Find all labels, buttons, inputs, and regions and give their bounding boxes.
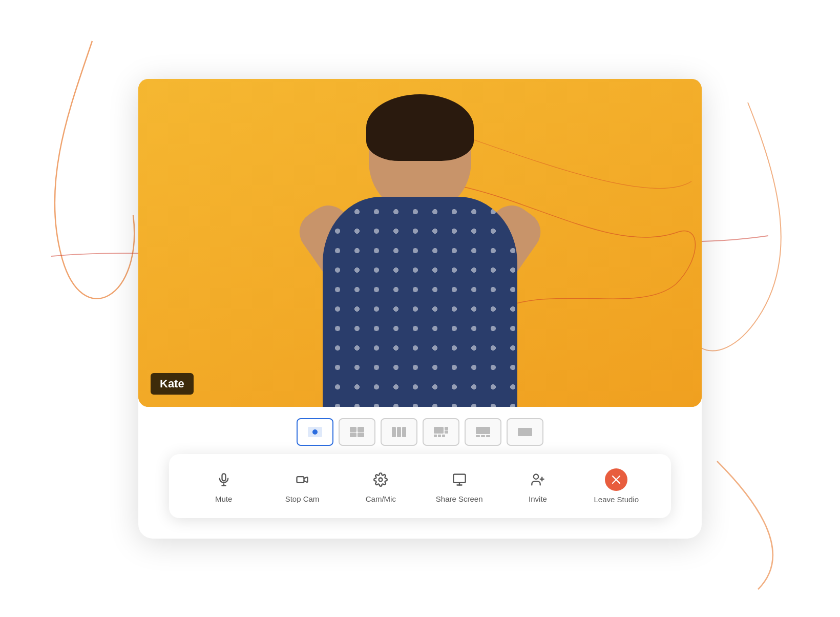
leave-studio-label: Leave Studio — [594, 495, 639, 504]
cam-mic-button[interactable]: Cam/Mic — [342, 465, 420, 507]
svg-rect-6 — [392, 427, 396, 437]
svg-rect-9 — [434, 427, 444, 434]
toolbar: Mute Stop Cam Cam/Mic — [169, 454, 671, 518]
settings-icon — [373, 472, 388, 487]
svg-rect-17 — [481, 435, 485, 437]
svg-rect-10 — [445, 427, 448, 430]
invite-label: Invite — [529, 495, 547, 503]
person-figure — [271, 99, 569, 407]
invite-button[interactable]: Invite — [498, 465, 577, 507]
hair — [366, 94, 474, 161]
stop-cam-label: Stop Cam — [285, 495, 320, 503]
video-background — [138, 79, 702, 407]
stop-cam-icon-wrap — [291, 469, 313, 490]
svg-rect-11 — [445, 430, 448, 434]
svg-rect-14 — [442, 435, 445, 437]
svg-point-1 — [312, 429, 318, 435]
svg-rect-2 — [350, 427, 356, 432]
video-card: Kate — [138, 79, 702, 539]
leave-studio-button[interactable]: Leave Studio — [577, 464, 656, 508]
layout-grid4-button[interactable] — [423, 418, 459, 446]
cam-mic-icon-wrap — [370, 469, 391, 490]
svg-rect-3 — [358, 427, 364, 432]
svg-rect-23 — [297, 477, 304, 483]
invite-icon-wrap — [527, 469, 549, 490]
layout-minimal-button[interactable] — [507, 418, 543, 446]
svg-rect-19 — [518, 428, 532, 436]
svg-rect-20 — [222, 474, 225, 481]
close-icon — [609, 472, 623, 487]
monitor-icon — [452, 472, 467, 487]
layout-grid2-button[interactable] — [339, 418, 375, 446]
svg-point-24 — [379, 478, 383, 481]
svg-rect-7 — [397, 427, 401, 437]
share-screen-icon-wrap — [449, 469, 470, 490]
layout-grid3-button[interactable] — [381, 418, 417, 446]
mic-icon — [217, 472, 231, 487]
camera-icon — [295, 472, 309, 487]
svg-rect-12 — [434, 435, 437, 437]
participant-name-badge: Kate — [151, 373, 194, 395]
share-screen-button[interactable]: Share Screen — [420, 465, 498, 507]
stop-cam-button[interactable]: Stop Cam — [263, 465, 341, 507]
svg-rect-5 — [358, 433, 364, 437]
layout-single-button[interactable] — [297, 418, 333, 446]
svg-rect-18 — [486, 435, 490, 437]
mute-button[interactable]: Mute — [184, 465, 263, 507]
svg-rect-13 — [438, 435, 441, 437]
svg-rect-16 — [476, 435, 480, 437]
svg-point-28 — [534, 474, 538, 479]
layout-strip-button[interactable] — [465, 418, 501, 446]
svg-rect-4 — [350, 433, 356, 437]
leave-studio-icon-wrap — [605, 468, 627, 491]
share-screen-label: Share Screen — [436, 495, 483, 503]
cam-mic-label: Cam/Mic — [366, 495, 396, 503]
add-person-icon — [531, 472, 545, 487]
svg-rect-15 — [476, 427, 490, 434]
video-feed: Kate — [138, 79, 702, 407]
body — [323, 197, 517, 407]
layout-selector — [138, 407, 702, 454]
svg-rect-8 — [402, 427, 406, 437]
mute-icon-wrap — [213, 469, 235, 490]
svg-rect-25 — [453, 474, 465, 482]
mute-label: Mute — [215, 495, 232, 503]
